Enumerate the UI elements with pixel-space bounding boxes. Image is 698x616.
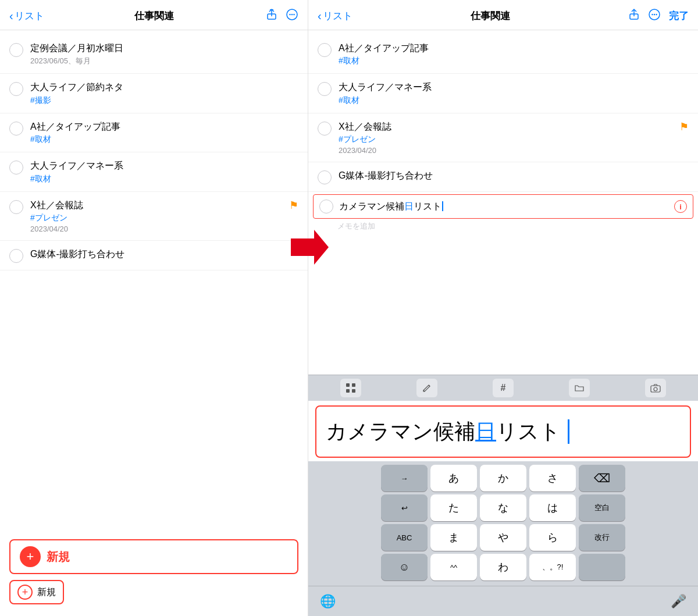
list-item[interactable]: 定例会議／月初水曜日 2023/06/05、毎月 [0, 35, 308, 74]
key-undo[interactable]: ↩ [381, 494, 428, 521]
keyboard-row-1: → あ か さ ⌫ [311, 465, 696, 492]
checkbox-icon[interactable] [318, 43, 332, 57]
preview-text-highlight: 日 [475, 418, 496, 446]
flag-icon: ⚑ [289, 199, 298, 212]
checkbox-icon[interactable] [9, 161, 23, 175]
list-item[interactable]: G媒体-撮影打ち合わせ [308, 162, 698, 192]
key-arrow-right[interactable]: → [381, 465, 428, 492]
new-button-highlighted[interactable]: + 新規 [9, 539, 298, 574]
list-item[interactable]: A社／タイアップ記事 #取材 [308, 35, 698, 74]
new-button-small[interactable]: + 新規 [9, 580, 64, 604]
list-item[interactable]: 大人ライフ／節約ネタ #撮影 [0, 74, 308, 113]
checkbox-icon[interactable] [9, 249, 23, 263]
list-item[interactable]: X社／会報誌 #プレゼン 2023/04/20 ⚑ [308, 113, 698, 162]
key-sa[interactable]: さ [529, 465, 576, 492]
list-item[interactable]: 大人ライフ／マネー系 #取材 [308, 74, 698, 113]
left-nav-actions [263, 8, 298, 24]
item-title: 大人ライフ／マネー系 [30, 159, 298, 172]
checkbox-icon[interactable] [318, 122, 332, 136]
svg-point-4 [291, 14, 293, 15]
memo-placeholder: メモを追加 [313, 219, 693, 232]
item-title: 大人ライフ／マネー系 [339, 81, 689, 94]
right-done-button[interactable]: 完了 [669, 9, 689, 23]
right-more-icon[interactable] [648, 8, 661, 24]
globe-icon[interactable]: 🌐 [320, 594, 336, 609]
right-share-icon[interactable] [628, 9, 640, 23]
list-item-content: G媒体-撮影打ち合わせ [339, 169, 689, 182]
left-back-button[interactable]: ‹ リスト [9, 9, 44, 23]
checkbox-icon[interactable] [318, 170, 332, 184]
key-a[interactable]: あ [430, 465, 477, 492]
checkbox-editing[interactable] [319, 200, 333, 213]
left-panel: ‹ リスト 仕事関連 [0, 0, 308, 616]
item-tag: #プレゼン [339, 134, 675, 145]
svg-marker-6 [291, 230, 329, 265]
list-item[interactable]: 大人ライフ／マネー系 #取材 [0, 152, 308, 191]
list-item-content: A社／タイアップ記事 #取材 [339, 42, 689, 66]
key-na[interactable]: な [480, 494, 526, 521]
right-panel: ‹ リスト 仕事関連 完了 [308, 0, 698, 616]
key-ha[interactable]: は [529, 494, 576, 521]
toolbar-folder-icon[interactable] [569, 379, 590, 397]
new-button-small-label: 新規 [37, 586, 56, 599]
checkbox-icon[interactable] [9, 122, 23, 136]
microphone-icon[interactable]: 🎤 [671, 594, 686, 609]
svg-point-3 [289, 14, 290, 15]
toolbar-hashtag-icon[interactable]: # [493, 379, 514, 397]
list-item[interactable]: A社／タイアップ記事 #取材 [0, 113, 308, 152]
key-ya[interactable]: や [480, 524, 526, 551]
item-title: 定例会議／月初水曜日 [30, 42, 298, 55]
list-item-content: 定例会議／月初水曜日 2023/06/05、毎月 [30, 42, 298, 66]
item-tag: #撮影 [30, 95, 298, 106]
text-preview-box: カメラマン候補日リスト [315, 405, 691, 458]
toolbar-grid-icon[interactable] [340, 379, 361, 397]
checkbox-icon[interactable] [318, 82, 332, 96]
editing-item[interactable]: カメラマン候補日リスト i [313, 194, 693, 219]
preview-text-part2: リスト [496, 418, 561, 446]
key-emoji[interactable]: ☺ [381, 554, 428, 581]
keyboard-row-3: ABC ま や ら 改行 [311, 524, 696, 551]
preview-text-part1: カメラマン候補 [326, 418, 475, 446]
right-nav-actions: 完了 [628, 8, 689, 24]
list-item[interactable]: X社／会報誌 #プレゼン 2023/04/20 ⚑ [0, 192, 308, 241]
item-tag: #取材 [339, 56, 689, 66]
item-tag: #取材 [30, 134, 298, 145]
right-back-button[interactable]: ‹ リスト [318, 9, 352, 23]
key-ma[interactable]: ま [430, 524, 477, 551]
info-icon[interactable]: i [674, 200, 687, 213]
editing-highlight: 日 [404, 201, 414, 211]
checkbox-icon[interactable] [9, 43, 23, 57]
text-cursor [442, 201, 443, 211]
left-list: 定例会議／月初水曜日 2023/06/05、毎月 大人ライフ／節約ネタ #撮影 … [0, 30, 308, 528]
key-return[interactable]: 改行 [579, 524, 625, 551]
list-item[interactable]: G媒体-撮影打ち合わせ [0, 241, 308, 270]
key-ra[interactable]: ら [529, 524, 576, 551]
left-more-icon[interactable] [286, 8, 298, 24]
new-button-small-plus-icon: + [17, 585, 33, 600]
item-tag: #プレゼン [30, 213, 284, 223]
keyboard-row-4: ☺ ^^ わ 、。?! [311, 554, 696, 581]
key-ka[interactable]: か [480, 465, 526, 492]
key-punctuation[interactable]: 、。?! [529, 554, 576, 581]
key-delete[interactable]: ⌫ [579, 465, 625, 492]
left-share-icon[interactable] [266, 9, 277, 23]
key-wa[interactable]: わ [480, 554, 526, 581]
checkbox-icon[interactable] [9, 200, 23, 214]
svg-point-10 [654, 14, 655, 15]
key-ta[interactable]: た [430, 494, 477, 521]
key-space[interactable]: 空白 [579, 494, 625, 521]
svg-point-11 [656, 14, 657, 15]
checkbox-icon[interactable] [9, 82, 23, 96]
right-chevron-icon: ‹ [318, 9, 322, 23]
toolbar-camera-icon[interactable] [645, 379, 666, 397]
key-abc[interactable]: ABC [381, 524, 428, 551]
new-button-area: + 新規 + 新規 [0, 528, 308, 616]
item-date: 2023/04/20 [30, 225, 284, 233]
right-list: A社／タイアップ記事 #取材 大人ライフ／マネー系 #取材 X社／会報誌 #プレ… [308, 30, 698, 375]
right-nav-title: 仕事関連 [352, 9, 628, 23]
list-item-content: X社／会報誌 #プレゼン 2023/04/20 [339, 120, 675, 155]
list-item-content: G媒体-撮影打ち合わせ [30, 248, 298, 261]
toolbar-pencil-icon[interactable] [416, 379, 437, 397]
key-kana-small[interactable]: ^^ [430, 554, 477, 581]
keyboard-row-2: ↩ た な は 空白 [311, 494, 696, 521]
